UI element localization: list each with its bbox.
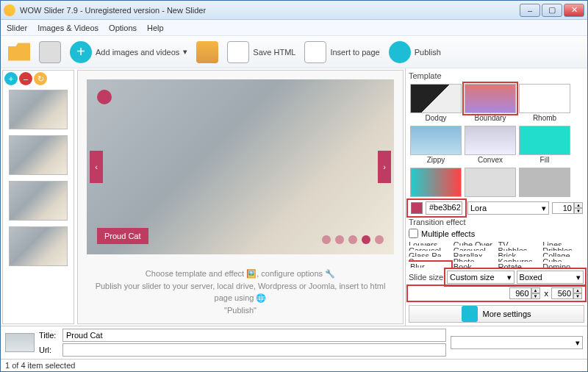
drive-icon[interactable] — [39, 41, 61, 63]
color-hex-input[interactable]: #be3b62 — [426, 201, 462, 215]
properties-panel: Template Dodqy Boundary Rhomb Zippy Conv… — [405, 68, 587, 326]
dot[interactable] — [348, 235, 357, 244]
chevron-down-icon: ▾ — [542, 204, 546, 213]
app-logo-icon — [4, 4, 15, 16]
slide-preview: ‹ › Proud Cat — [87, 79, 394, 254]
dot[interactable] — [322, 235, 331, 244]
menu-options[interactable]: Options — [109, 24, 137, 32]
insert-page-button[interactable]: Insert to page — [304, 41, 379, 63]
plus-icon: + — [70, 41, 92, 63]
dot[interactable] — [375, 235, 384, 244]
slide-properties: Title: Url: ▾ — [1, 326, 587, 359]
menubar: Slider Images & Videos Options Help — [1, 20, 587, 36]
hint-text: Choose template and effect 🖼️, configure… — [78, 263, 403, 323]
url-input[interactable] — [62, 343, 446, 357]
next-slide-button[interactable]: › — [378, 151, 391, 183]
url-label: Url: — [39, 346, 60, 354]
dot[interactable] — [362, 235, 370, 244]
settings-icon[interactable] — [196, 41, 218, 63]
add-images-button[interactable]: + Add images and videos ▾ — [70, 41, 187, 63]
html-icon — [227, 41, 249, 63]
template-item[interactable]: Fill — [519, 126, 570, 164]
menu-slider[interactable]: Slider — [7, 24, 27, 32]
transition-label: Transition effect — [409, 218, 584, 226]
template-item[interactable]: Convex — [465, 126, 516, 164]
titlebar: WOW Slider 7.9 - Unregistered version - … — [1, 1, 587, 20]
template-item[interactable]: Zippy — [410, 126, 462, 164]
font-size-stepper[interactable]: ▲▼ — [552, 202, 584, 214]
preview-panel: ‹ › Proud Cat Choose template and effect… — [77, 70, 404, 324]
toolbar: + Add images and videos ▾ Save HTML Inse… — [1, 36, 587, 68]
slide-caption: Proud Cat — [97, 228, 148, 244]
current-thumb — [5, 333, 35, 352]
more-settings-button[interactable]: More settings — [409, 305, 584, 323]
url-target-select[interactable]: ▾ — [451, 336, 583, 349]
save-html-label: Save HTML — [253, 48, 295, 57]
size-mode-select[interactable]: Custom size▾ — [447, 271, 514, 284]
effect-blur: Blur — [409, 262, 451, 268]
menu-help[interactable]: Help — [147, 24, 164, 32]
thumbnail-panel: + – ↻ — [2, 70, 74, 324]
template-item[interactable]: Boundary — [465, 84, 516, 122]
remove-slide-button[interactable]: – — [19, 72, 32, 85]
slide-size-label: Slide size — [409, 273, 443, 282]
title-input[interactable] — [62, 329, 446, 342]
publish-button[interactable]: Publish — [389, 41, 441, 63]
title-label: Title: — [39, 331, 60, 340]
template-grid: Dodqy Boundary Rhomb Zippy Convex Fill — [409, 82, 584, 198]
menu-images[interactable]: Images & Videos — [37, 24, 98, 32]
add-slide-button[interactable]: + — [4, 72, 18, 85]
multiple-effects-checkbox[interactable]: Multiple effects — [409, 229, 584, 238]
minimize-button[interactable]: – — [520, 4, 540, 17]
template-label: Template — [409, 71, 584, 80]
close-button[interactable]: ✕ — [564, 4, 584, 17]
prev-slide-button[interactable]: ‹ — [90, 151, 103, 183]
dot[interactable] — [335, 235, 344, 244]
font-select[interactable]: Lora▾ — [467, 201, 549, 215]
template-item[interactable] — [519, 168, 570, 197]
save-html-button[interactable]: Save HTML — [227, 41, 295, 63]
pagination-dots — [322, 235, 384, 244]
effects-grid[interactable]: LouversCube OverTVLines Carousel B...Car… — [409, 240, 584, 268]
status-bar: 1 of 4 item selected — [1, 359, 587, 371]
thumbnail[interactable] — [9, 90, 68, 129]
maximize-button[interactable]: ▢ — [542, 4, 562, 17]
dropdown-icon: ▾ — [183, 47, 187, 57]
height-stepper[interactable]: ▲▼ — [551, 287, 584, 299]
expand-icon[interactable] — [97, 90, 112, 104]
insert-page-label: Insert to page — [330, 48, 379, 57]
color-swatch[interactable] — [411, 202, 423, 214]
thumbnail[interactable] — [9, 226, 68, 266]
publish-label: Publish — [415, 48, 441, 57]
boxed-select[interactable]: Boxed▾ — [517, 271, 584, 284]
settings-icon — [462, 306, 478, 322]
add-images-label: Add images and videos — [96, 48, 179, 57]
globe-icon — [389, 41, 411, 63]
template-item[interactable] — [410, 168, 462, 197]
thumbnail[interactable] — [9, 181, 68, 221]
page-icon — [304, 41, 326, 63]
template-item[interactable]: Rhomb — [519, 84, 570, 122]
open-folder-icon[interactable] — [8, 41, 30, 63]
window-title: WOW Slider 7.9 - Unregistered version - … — [20, 6, 520, 15]
template-item[interactable]: Dodqy — [410, 84, 462, 122]
thumbnail[interactable] — [9, 135, 68, 175]
refresh-button[interactable]: ↻ — [34, 72, 47, 85]
width-stepper[interactable]: ▲▼ — [509, 287, 542, 299]
template-item[interactable] — [465, 168, 516, 197]
